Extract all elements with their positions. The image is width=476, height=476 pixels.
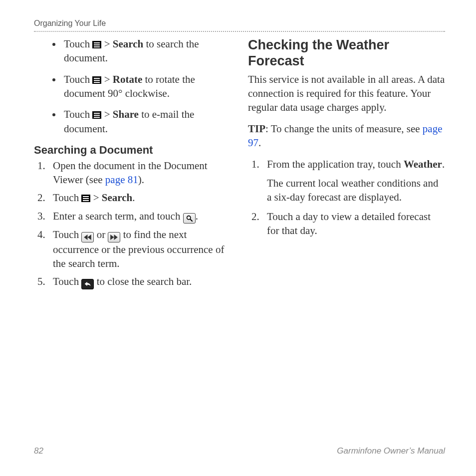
text: Touch [64,38,92,50]
page-number: 82 [34,446,43,456]
list-item: Touch or to find the next occurrence or … [48,228,231,271]
text: . [442,158,445,170]
text: Touch [53,229,81,240]
searching-steps: Open the document in the Document Viewer… [34,159,231,289]
list-item: Open the document in the Document Viewer… [48,159,231,187]
svg-marker-3 [88,235,91,240]
fast-forward-icon [108,232,120,242]
gt: > [104,108,110,120]
svg-marker-2 [84,235,88,240]
paragraph: This service is not available in all are… [248,72,445,115]
list-item: Touch > Search. [48,191,231,205]
subheading-searching: Searching a Document [34,143,231,158]
menu-icon [92,41,101,48]
action-label: Weather [404,158,442,170]
list-item: Touch > Search to search the document. [62,37,231,65]
text: From the application tray, touch [267,158,404,170]
action-label: Search [102,192,132,204]
manual-title: Garminfone Owner’s Manual [337,446,445,456]
footer: 82 Garminfone Owner’s Manual [34,446,445,456]
svg-marker-4 [111,235,114,240]
weather-steps: From the application tray, touch Weather… [248,157,445,238]
menu-icon [92,76,101,84]
gt: > [104,38,110,50]
rewind-icon [81,232,94,242]
svg-marker-5 [114,235,118,240]
text: : To change the units of measure, see [265,123,423,135]
doc-actions-list: Touch > Search to search the document. T… [34,37,231,136]
text: ). [138,174,144,186]
text: . [132,192,135,204]
list-item: Touch > Rotate to rotate the document 90… [62,72,231,101]
text: to close the search bar. [97,275,192,287]
back-icon [81,279,94,289]
text: or [97,229,108,240]
page: Organizing Your Life Touch > Search to s… [0,0,476,476]
tip-label: TIP [248,123,265,135]
list-item: From the application tray, touch Weather… [262,157,445,205]
text: Touch [53,192,81,204]
heading-weather: Checking the Weather Forecast [248,37,445,69]
columns: Touch > Search to search the document. T… [34,37,445,296]
text: > [93,192,102,204]
running-head: Organizing Your Life [34,19,445,28]
menu-icon [92,111,101,119]
tip-paragraph: TIP: To change the units of measure, see… [248,122,445,150]
text: Touch a day to view a detailed forecast … [267,211,431,237]
text: . [258,137,261,149]
list-item: Touch > Share to e-mail the document. [62,107,231,136]
header-rule [34,31,445,32]
text: Touch [64,108,92,120]
gt: > [104,73,110,85]
right-column: Checking the Weather Forecast This servi… [248,37,445,296]
list-item: Touch to close the search bar. [48,274,231,289]
text: Touch [53,275,81,287]
menu-icon [81,195,90,202]
link-page-81[interactable]: page 81 [105,174,138,186]
action-label: Rotate [113,73,142,85]
search-icon [183,213,196,224]
text: Touch [64,73,92,85]
svg-line-1 [190,219,192,221]
action-label: Share [113,108,139,120]
text: Enter a search term, and touch [53,210,183,222]
list-item: Touch a day to view a detailed forecast … [262,210,445,238]
left-column: Touch > Search to search the document. T… [34,37,231,296]
text: . [196,210,198,222]
list-item: Enter a search term, and touch . [48,209,231,224]
step-note: The current local weather conditions and… [267,176,445,205]
action-label: Search [113,38,143,50]
